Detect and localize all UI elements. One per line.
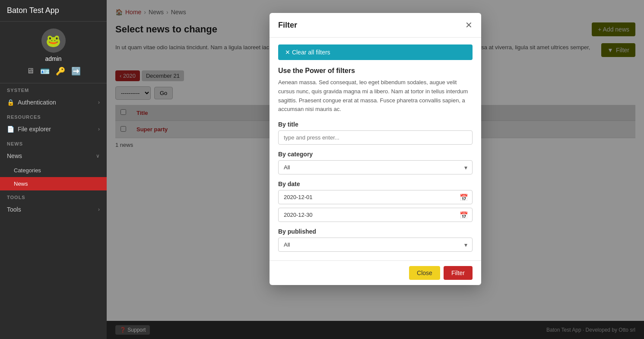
modal-filter-btn[interactable]: Filter — [444, 266, 473, 280]
date-to-input[interactable] — [278, 208, 473, 222]
chevron-right-icon: › — [98, 206, 100, 212]
sidebar-item-label: News — [7, 152, 22, 159]
sidebar-item-tools[interactable]: Tools › — [0, 202, 107, 217]
modal-overlay: Filter ✕ ✕ Clear all filters Use the Pow… — [107, 0, 644, 339]
by-published-label: By published — [278, 228, 473, 235]
user-section: 🐸 admin 🖥 🪪 🔑 ➡️ — [0, 22, 107, 83]
section-news: NEWS — [0, 137, 107, 148]
chevron-down-icon: ∨ — [96, 153, 100, 159]
sidebar-item-label: Authentication — [18, 99, 56, 106]
sidebar-item-label: Tools — [7, 206, 21, 213]
avatar: 🐸 — [41, 29, 66, 53]
by-date-label: By date — [278, 181, 473, 187]
file-icon: 📄 — [7, 126, 14, 133]
app-title: Baton Test App — [0, 0, 107, 22]
by-published-select[interactable]: All — [278, 238, 473, 252]
date-from-wrapper: 📅 — [278, 190, 473, 204]
key-icon[interactable]: 🔑 — [56, 67, 65, 76]
by-title-input[interactable] — [278, 130, 473, 145]
modal-close-button[interactable]: ✕ — [465, 20, 473, 30]
card-icon[interactable]: 🪪 — [40, 67, 50, 76]
section-resources: RESOURCES — [0, 110, 107, 121]
clear-filters-button[interactable]: ✕ Clear all filters — [278, 44, 473, 60]
section-tools: TOOLS — [0, 190, 107, 202]
monitor-icon[interactable]: 🖥 — [26, 67, 34, 76]
modal-header: Filter ✕ — [270, 13, 481, 38]
date-from-input[interactable] — [278, 190, 473, 204]
by-category-select-wrapper: All — [278, 160, 473, 174]
sidebar-item-news[interactable]: News — [0, 177, 107, 190]
sidebar: Baton Test App 🐸 admin 🖥 🪪 🔑 ➡️ SYSTEM 🔒… — [0, 0, 107, 339]
sidebar-item-categories[interactable]: Categories — [0, 164, 107, 177]
sidebar-item-label: File explorer — [18, 126, 51, 133]
modal-body: ✕ Clear all filters Use the Power of fil… — [270, 38, 481, 260]
lock-icon: 🔒 — [7, 99, 14, 106]
modal-footer: Close Filter — [270, 260, 481, 285]
modal-close-btn[interactable]: Close — [409, 266, 440, 280]
user-icons: 🖥 🪪 🔑 ➡️ — [26, 67, 81, 76]
modal-title: Filter — [278, 21, 297, 30]
filter-modal: Filter ✕ ✕ Clear all filters Use the Pow… — [270, 13, 481, 285]
by-category-label: By category — [278, 151, 473, 158]
sidebar-item-news-parent[interactable]: News ∨ — [0, 148, 107, 164]
main-area: 🏠 Home › News › News Select news to chan… — [107, 0, 644, 339]
chevron-right-icon: › — [98, 99, 100, 105]
username: admin — [45, 55, 61, 62]
date-to-wrapper: 📅 — [278, 208, 473, 222]
by-published-select-wrapper: All — [278, 238, 473, 252]
section-system: SYSTEM — [0, 83, 107, 95]
by-title-label: By title — [278, 121, 473, 128]
sidebar-item-file-explorer[interactable]: 📄 File explorer › — [0, 121, 107, 137]
chevron-right-icon: › — [98, 126, 100, 132]
sidebar-item-authentication[interactable]: 🔒 Authentication › — [0, 95, 107, 110]
logout-icon[interactable]: ➡️ — [71, 67, 81, 76]
filter-power-title: Use the Power of filters — [278, 67, 473, 75]
filter-power-description: Aenean massa. Sed consequat, leo eget bi… — [278, 78, 473, 114]
by-category-select[interactable]: All — [278, 160, 473, 174]
